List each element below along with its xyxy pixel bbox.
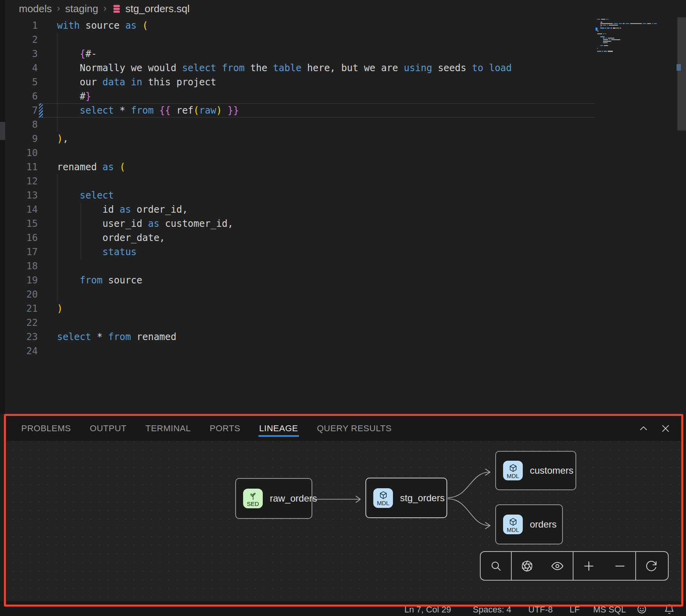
code-line[interactable]: 24 — [0, 344, 686, 358]
code-line[interactable]: 5 our data in this project — [0, 75, 686, 89]
panel-maximize-button[interactable] — [638, 423, 649, 434]
tab-label: PROBLEMS — [21, 423, 71, 434]
editor-scrollbar[interactable] — [677, 17, 686, 131]
status-item-utf-8[interactable]: UTF-8 — [528, 605, 553, 615]
node-label: orders — [530, 519, 557, 530]
line-number: 7 — [0, 103, 38, 118]
code-line[interactable]: 18 — [0, 259, 686, 273]
tab-problems[interactable]: PROBLEMS — [21, 416, 71, 441]
code-line[interactable]: 19 from source — [0, 273, 686, 287]
status-item-spaces-4[interactable]: Spaces: 4 — [473, 605, 511, 615]
line-number: 14 — [0, 202, 38, 217]
node-label: customers — [530, 465, 574, 476]
code-line-text: ) — [57, 302, 63, 316]
lineage-node-customers[interactable]: MDLcustomers — [495, 451, 576, 490]
code-line-text: with source as ( — [57, 18, 148, 33]
seedling-icon: SED — [243, 489, 263, 508]
code-line[interactable]: 14 id as order_id, — [0, 202, 686, 217]
indent-guide — [57, 118, 57, 132]
line-number: 1 — [0, 18, 38, 33]
code-line-text: from source — [57, 273, 142, 287]
code-line[interactable]: 6 #} — [0, 89, 686, 103]
status-item-ms-sql[interactable]: MS SQL — [593, 605, 626, 615]
tab-label: OUTPUT — [90, 423, 126, 434]
tab-output[interactable]: OUTPUT — [90, 416, 126, 441]
panel-tab-strip: PROBLEMSOUTPUTTERMINALPORTSLINEAGEQUERY … — [5, 416, 681, 441]
code-line-text: id as order_id, — [57, 202, 188, 217]
aperture-icon[interactable] — [518, 557, 536, 575]
search-icon[interactable] — [487, 557, 505, 575]
node-badge-label: MDL — [507, 473, 519, 479]
line-number: 24 — [0, 344, 38, 358]
code-line[interactable]: 21) — [0, 302, 686, 316]
code-line-text: renamed as ( — [57, 160, 125, 174]
refresh-icon[interactable] — [642, 557, 660, 575]
tab-label: TERMINAL — [146, 423, 191, 434]
code-line[interactable]: 1with source as ( — [0, 18, 686, 33]
code-line[interactable]: 4 Normally we would select from the tabl… — [0, 61, 686, 75]
code-line-text: select * from renamed — [57, 330, 176, 344]
line-number: 13 — [0, 188, 38, 202]
feedback-icon[interactable] — [636, 604, 647, 616]
breadcrumb-item-models[interactable]: models — [19, 3, 52, 15]
code-line[interactable]: 20 — [0, 287, 686, 302]
tab-lineage[interactable]: LINEAGE — [259, 416, 298, 441]
code-line-text: status — [57, 245, 136, 259]
indent-guide — [57, 259, 57, 273]
code-line[interactable]: 9), — [0, 132, 686, 146]
code-line[interactable]: 15 user_id as customer_id, — [0, 217, 686, 231]
code-line[interactable]: 8 — [0, 118, 686, 132]
breadcrumb-file[interactable]: stg_orders.sql — [112, 3, 190, 15]
code-line[interactable]: 17 status — [0, 245, 686, 259]
code-line-text: ), — [57, 132, 68, 146]
code-line[interactable]: 16 order_date, — [0, 231, 686, 245]
zoom-in-icon[interactable] — [580, 557, 598, 575]
tab-ports[interactable]: PORTS — [210, 416, 240, 441]
line-number: 6 — [0, 89, 38, 103]
code-line[interactable]: 11renamed as ( — [0, 160, 686, 174]
status-item-lf[interactable]: LF — [570, 605, 580, 615]
code-line[interactable]: 13 select — [0, 188, 686, 202]
lineage-toolbar — [480, 551, 669, 581]
sash-handle[interactable] — [0, 122, 5, 140]
code-line-text: order_date, — [57, 231, 165, 245]
tab-terminal[interactable]: TERMINAL — [146, 416, 191, 441]
line-number: 3 — [0, 47, 38, 61]
breadcrumb-item-staging[interactable]: staging — [65, 3, 98, 15]
bell-icon[interactable] — [664, 604, 675, 616]
code-editor[interactable]: 1with source as (23 {#-4 Normally we wou… — [0, 17, 686, 414]
status-item-ln-7-col-29[interactable]: Ln 7, Col 29 — [404, 605, 451, 615]
zoom-out-icon[interactable] — [611, 557, 629, 575]
panel-close-button[interactable] — [660, 423, 671, 434]
code-line[interactable]: 10 — [0, 146, 686, 160]
eye-icon[interactable] — [548, 557, 566, 575]
breadcrumb: models › staging › stg_orders.sql — [0, 0, 686, 17]
minimap-modified-marker — [596, 28, 597, 31]
line-number: 2 — [0, 33, 38, 47]
status-bar: Ln 7, Col 29Spaces: 4UTF-8LFMS SQL — [0, 601, 686, 616]
indent-guide — [57, 287, 57, 302]
code-line-text: Normally we would select from the table … — [57, 61, 512, 75]
indent-guide — [57, 33, 57, 47]
code-line[interactable]: 22 — [0, 316, 686, 330]
lineage-node-stg_orders[interactable]: MDLstg_orders — [365, 478, 447, 518]
lineage-node-raw_orders[interactable]: SEDraw_orders — [235, 478, 312, 519]
tab-label: PORTS — [210, 423, 240, 434]
code-line[interactable]: 12 — [0, 174, 686, 188]
code-line[interactable]: 3 {#- — [0, 47, 686, 61]
line-number: 21 — [0, 302, 38, 316]
chevron-up-icon — [638, 423, 649, 434]
code-line[interactable]: 2 — [0, 33, 686, 47]
line-number: 23 — [0, 330, 38, 344]
line-number: 12 — [0, 174, 38, 188]
node-label: raw_orders — [270, 493, 317, 504]
lineage-node-orders[interactable]: MDLorders — [495, 504, 563, 544]
code-line[interactable]: 23select * from renamed — [0, 330, 686, 344]
node-label: stg_orders — [400, 493, 444, 504]
node-badge-label: MDL — [377, 500, 389, 506]
code-line-text: {#- — [57, 47, 97, 61]
code-line-text: select * from {{ ref(raw) }} — [57, 103, 239, 118]
breadcrumb-filename: stg_orders.sql — [125, 3, 190, 15]
tab-query-results[interactable]: QUERY RESULTS — [317, 416, 392, 441]
code-line[interactable]: 7 select * from {{ ref(raw) }} — [0, 103, 686, 118]
